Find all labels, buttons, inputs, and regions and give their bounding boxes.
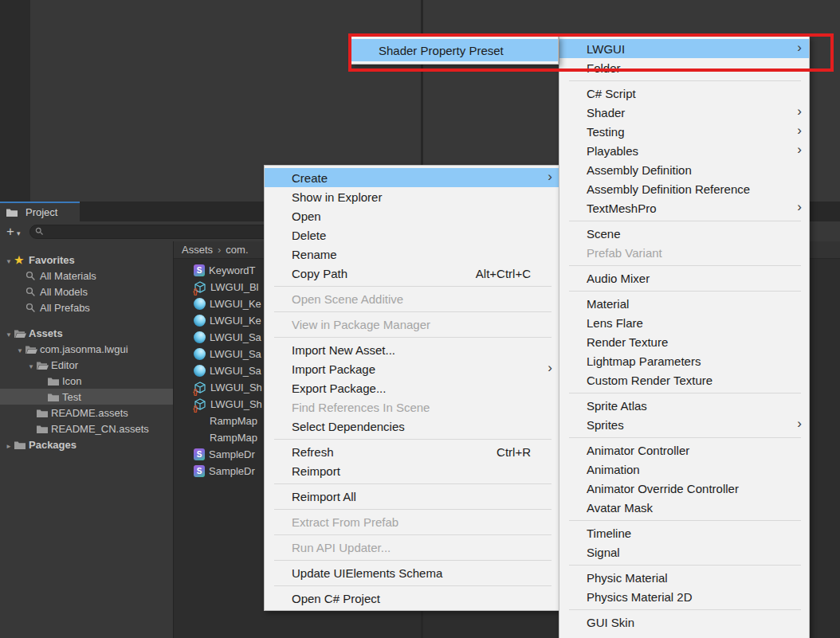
menu-item-shortcut: Alt+Ctrl+C xyxy=(476,267,548,280)
tree-item-all-materials[interactable]: All Materials xyxy=(0,268,173,284)
tree-item-all-prefabs[interactable]: All Prefabs xyxy=(0,299,173,315)
menu-item-export-package[interactable]: Export Package... xyxy=(265,378,559,397)
tree-item-com-jasonma-lwgui[interactable]: ▼com.jasonma.lwgui xyxy=(0,341,173,357)
menu-separator xyxy=(274,585,551,586)
tree-item-label: Icon xyxy=(62,375,82,387)
menu-item-reimport-all[interactable]: Reimport All xyxy=(265,487,559,506)
menu-item-label: Create xyxy=(292,171,328,185)
tree-item-packages[interactable]: ►Packages xyxy=(0,436,173,452)
menu-item-shader[interactable]: Shader› xyxy=(559,103,809,122)
menu-item-shortcut: Ctrl+R xyxy=(497,445,548,459)
folder-open-icon xyxy=(14,329,26,338)
menu-item-lens-flare[interactable]: Lens Flare xyxy=(559,313,809,332)
material-sphere-icon xyxy=(194,365,206,377)
menu-item-textmeshpro[interactable]: TextMeshPro› xyxy=(559,198,809,217)
menu-item-select-dependencies[interactable]: Select Dependencies xyxy=(265,417,559,436)
submenu-arrow-icon: › xyxy=(797,104,802,119)
menu-item-import-package[interactable]: Import Package› xyxy=(265,359,559,378)
tree-item-label: All Models xyxy=(40,286,88,298)
menu-item-open[interactable]: Open xyxy=(265,206,559,225)
tab-project-label: Project xyxy=(26,206,57,218)
add-asset-button[interactable]: + xyxy=(6,225,20,239)
menu-item-label: Animation xyxy=(587,463,640,476)
menu-item-rename[interactable]: Rename xyxy=(265,245,559,264)
material-sphere-icon xyxy=(194,348,206,360)
chevron-down-icon xyxy=(14,225,21,239)
menu-item-label: Sprites xyxy=(587,418,624,432)
tree-item-label: Test xyxy=(62,391,81,403)
expand-open-icon[interactable]: ▼ xyxy=(3,254,14,266)
tab-project[interactable]: Project xyxy=(0,202,80,221)
tree-item-editor[interactable]: ▼Editor xyxy=(0,357,173,373)
menu-item-import-new-asset[interactable]: Import New Asset... xyxy=(265,340,559,359)
menu-item-animation[interactable]: Animation xyxy=(559,460,809,479)
menu-item-show-in-explorer[interactable]: Show in Explorer xyxy=(265,187,559,206)
menu-item-material[interactable]: Material xyxy=(559,294,809,313)
menu-item-custom-render-texture[interactable]: Custom Render Texture xyxy=(559,370,809,389)
menu-item-label: Shader Property Preset xyxy=(379,44,504,57)
menu-item-testing[interactable]: Testing› xyxy=(559,122,809,141)
menu-item-assembly-definition[interactable]: Assembly Definition xyxy=(559,160,809,179)
menu-item-copy-path[interactable]: Copy PathAlt+Ctrl+C xyxy=(265,264,559,283)
menu-item-delete[interactable]: Delete xyxy=(265,225,559,245)
menu-item-open-c-project[interactable]: Open C# Project xyxy=(265,589,559,608)
file-item-label: LWGUI_Bl xyxy=(210,281,258,293)
menu-item-animator-controller[interactable]: Animator Controller xyxy=(559,440,809,460)
menu-item-folder[interactable]: Folder xyxy=(559,58,809,77)
menu-separator xyxy=(569,609,801,610)
menu-item-label: Custom Font xyxy=(587,635,655,638)
tree-item-all-models[interactable]: All Models xyxy=(0,284,173,299)
menu-item-label: Animator Override Controller xyxy=(587,482,739,495)
expand-open-icon[interactable]: ▼ xyxy=(3,327,14,339)
menu-item-c-script[interactable]: C# Script xyxy=(559,84,809,103)
menu-item-sprite-atlas[interactable]: Sprite Atlas xyxy=(559,396,809,415)
menu-item-custom-font[interactable]: Custom Font xyxy=(559,632,809,638)
submenu-arrow-icon: › xyxy=(548,360,552,376)
tree-item-label: Packages xyxy=(29,439,77,451)
expand-closed-icon[interactable]: ► xyxy=(3,439,14,451)
menu-item-gui-skin[interactable]: GUI Skin xyxy=(559,613,809,632)
menu-item-update-uielements-schema[interactable]: Update UIElements Schema xyxy=(265,563,559,582)
menu-item-scene[interactable]: Scene xyxy=(559,224,809,243)
menu-item-label: Scene xyxy=(587,227,621,241)
menu-item-label: Lens Flare xyxy=(587,316,643,330)
menu-item-shader-property-preset[interactable]: Shader Property Preset xyxy=(351,39,558,61)
expand-open-icon[interactable]: ▼ xyxy=(26,359,37,371)
tree-item-icon[interactable]: Icon xyxy=(0,373,173,389)
menu-item-timeline[interactable]: Timeline xyxy=(559,523,809,542)
shader-icon: {} xyxy=(194,398,206,411)
menu-item-audio-mixer[interactable]: Audio Mixer xyxy=(559,268,809,288)
menu-item-physic-material[interactable]: Physic Material xyxy=(559,568,809,587)
tree-item-readme-cn-assets[interactable]: README_CN.assets xyxy=(0,421,173,436)
menu-item-physics-material-2d[interactable]: Physics Material 2D xyxy=(559,587,809,606)
menu-item-label: Folder xyxy=(587,61,621,75)
menu-item-playables[interactable]: Playables› xyxy=(559,141,809,160)
breadcrumb-assets[interactable]: Assets xyxy=(182,244,213,256)
menu-item-lwgui[interactable]: LWGUI› xyxy=(559,39,809,58)
tree-item-favorites[interactable]: ▼★Favorites xyxy=(0,252,173,268)
expand-open-icon[interactable]: ▼ xyxy=(14,343,26,355)
menu-item-label: Export Package... xyxy=(292,382,386,395)
menu-item-signal[interactable]: Signal xyxy=(559,542,809,562)
menu-item-lightmap-parameters[interactable]: Lightmap Parameters xyxy=(559,351,809,370)
menu-item-label: Prefab Variant xyxy=(587,246,662,260)
menu-item-animator-override-controller[interactable]: Animator Override Controller xyxy=(559,479,809,498)
menu-item-assembly-definition-reference[interactable]: Assembly Definition Reference xyxy=(559,179,809,198)
menu-item-label: Import Package xyxy=(292,362,375,376)
file-item-label: RampMap xyxy=(210,415,257,427)
tree-item-label: All Materials xyxy=(40,270,96,282)
tree-item-assets[interactable]: ▼Assets xyxy=(0,325,173,341)
tree-item-readme-assets[interactable]: README.assets xyxy=(0,405,173,421)
tree-item-test[interactable]: Test xyxy=(0,389,173,405)
menu-item-label: Physic Material xyxy=(587,571,668,585)
menu-item-sprites[interactable]: Sprites› xyxy=(559,415,809,434)
menu-item-render-texture[interactable]: Render Texture xyxy=(559,332,809,351)
menu-item-refresh[interactable]: RefreshCtrl+R xyxy=(265,442,559,461)
breadcrumb-folder[interactable]: com. xyxy=(226,244,248,256)
menu-item-create[interactable]: Create› xyxy=(265,168,559,187)
menu-item-reimport[interactable]: Reimport xyxy=(265,461,559,480)
menu-item-label: Audio Mixer xyxy=(587,272,650,285)
csharp-script-icon: S xyxy=(194,264,205,276)
menu-item-avatar-mask[interactable]: Avatar Mask xyxy=(559,498,809,517)
menu-item-extract-from-prefab: Extract From Prefab xyxy=(265,512,559,531)
